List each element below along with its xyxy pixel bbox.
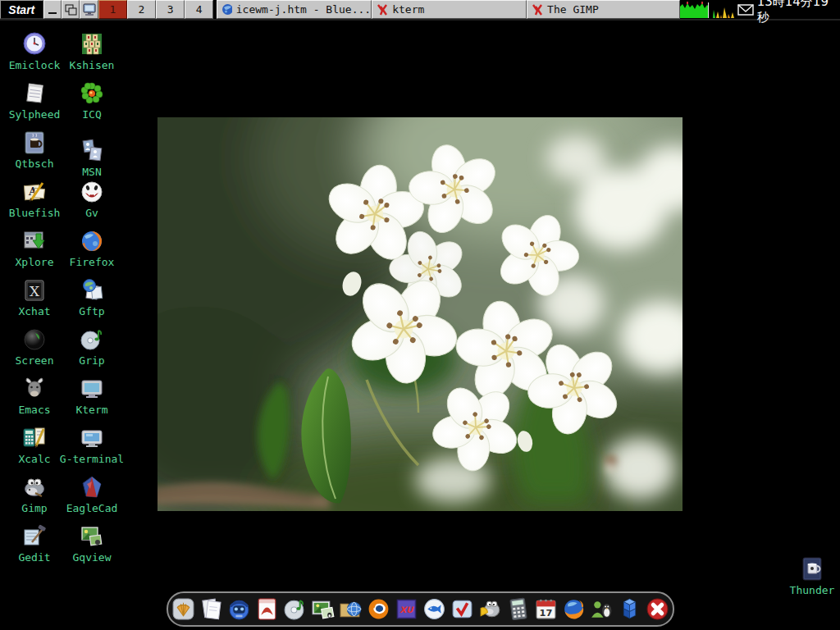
dock-item-calculator[interactable] [504, 596, 532, 623]
dock-item-web-browser[interactable] [560, 596, 587, 623]
dock-item-instant-messenger[interactable] [588, 596, 615, 623]
terminal-monitor-icon [79, 376, 105, 402]
ftp-globe-icon [79, 277, 105, 304]
icon-label: ICQ [57, 109, 126, 121]
checkmark-icon [450, 596, 475, 622]
show-desktop-button[interactable] [80, 0, 98, 19]
mail-envelope-icon[interactable] [737, 4, 753, 16]
computer-monitor-icon [82, 3, 97, 16]
workspace-button-4[interactable]: 4 [185, 0, 213, 19]
dock-item-documents[interactable] [198, 596, 225, 623]
system-tray: 13時14分19秒 [680, 0, 840, 19]
coffee-mug-icon [21, 130, 48, 156]
desktop-icon-gftp[interactable]: Gftp [57, 277, 126, 317]
pear-blossom-image [158, 117, 682, 511]
terminal-monitor-icon [79, 425, 105, 451]
gem-icon [79, 474, 105, 500]
photos-icon [310, 596, 336, 622]
icon-label: Kterm [57, 404, 126, 416]
desktop-icon-grip[interactable]: Grip [57, 326, 126, 367]
workspace-button-1[interactable]: 1 [98, 0, 127, 19]
desktop-icon-kshisen[interactable]: Kshisen [57, 31, 126, 71]
firefox-icon [79, 228, 105, 254]
taskbar-task-browser[interactable]: icewm-j.htm - Blue... [217, 0, 372, 19]
dock-item-3d-cubes[interactable] [616, 596, 643, 623]
icon-label: MSN [57, 167, 126, 178]
task-label: kterm [392, 3, 424, 16]
dock-item-bluefish-editor[interactable] [421, 596, 448, 623]
dock-item-cd-audio[interactable] [281, 596, 308, 623]
dock-item-check-tool[interactable] [449, 596, 476, 623]
minimize-icon [47, 4, 58, 16]
network-traffic-graph[interactable] [712, 1, 734, 18]
text-editor-hammer-icon [21, 523, 48, 550]
taskbar-clock: 13時14分19秒 [757, 0, 838, 25]
gimp-wilber-icon [477, 596, 503, 622]
x-window-icon [377, 4, 388, 16]
messenger-penguin-icon [589, 596, 614, 622]
dock-item-close-button[interactable] [644, 596, 671, 623]
messenger-tiles-icon [79, 138, 105, 164]
calculator-pencil-icon [21, 425, 48, 451]
svg-text:17: 17 [540, 607, 553, 619]
tile-game-icon [79, 31, 105, 57]
browser-globe-icon [561, 596, 587, 622]
wilber-icon [21, 474, 48, 500]
icon-label: Grip [57, 355, 126, 367]
xu-app-icon: XU [394, 596, 419, 622]
workspace-button-2[interactable]: 2 [127, 0, 156, 19]
calculator-icon [505, 596, 531, 622]
dark-sphere-icon [21, 326, 48, 353]
dock-item-shell[interactable] [170, 596, 197, 623]
xchat-icon: X [21, 277, 48, 304]
icon-label: G-terminal [57, 454, 126, 465]
media-player-icon [226, 596, 252, 622]
desktop-icon-thunder[interactable]: Thunder [778, 556, 840, 596]
cubes-icon [617, 596, 642, 622]
icon-label: Gv [57, 208, 126, 219]
desktop-icon-kterm[interactable]: Kterm [57, 376, 126, 416]
dock-item-xu-app[interactable]: XU [393, 596, 420, 623]
dock-item-image-viewer[interactable] [309, 596, 336, 623]
dock-item-blender[interactable] [365, 596, 392, 623]
dock-item-calendar[interactable]: 17 [532, 596, 559, 623]
workspace-button-3[interactable]: 3 [156, 0, 185, 19]
dock-item-gimp[interactable] [477, 596, 504, 623]
dock-item-pdf-reader[interactable] [253, 596, 281, 623]
dock-item-media-player[interactable] [226, 596, 253, 623]
taskbar-task-gimp[interactable]: The GIMP [527, 0, 680, 19]
dock-item-network-folder[interactable] [337, 596, 364, 623]
desktop-icon-msn[interactable]: MSN [57, 138, 126, 178]
x-window-icon [532, 4, 543, 16]
cpu-usage-graph[interactable] [680, 1, 709, 18]
cd-music-icon [79, 326, 105, 353]
icon-label: Thunder [778, 585, 840, 596]
minimize-all-button[interactable] [43, 0, 62, 19]
ghost-icon [79, 179, 105, 205]
task-label: The GIMP [547, 3, 599, 16]
start-button[interactable]: Start [0, 0, 43, 19]
svg-text:X: X [30, 283, 40, 299]
gnu-head-icon [21, 376, 48, 402]
taskbar-task-kterm[interactable]: kterm [372, 0, 527, 19]
desktop-icon-firefox[interactable]: Firefox [57, 228, 126, 268]
cascade-windows-button[interactable] [62, 0, 80, 19]
globe-icon [221, 3, 232, 16]
taskbar: Start 1 2 3 4 icewm-j [0, 0, 840, 21]
documents-icon [199, 596, 224, 622]
desktop-screen: Start 1 2 3 4 icewm-j [0, 0, 840, 630]
icon-label: Gftp [57, 306, 126, 317]
notepad-icon [21, 80, 48, 107]
wallpaper-photo [158, 117, 682, 511]
icon-label: Gqview [57, 552, 126, 564]
cascade-windows-icon [64, 3, 77, 16]
desktop-icon-gterminal[interactable]: G-terminal [57, 425, 126, 465]
pdf-reader-icon [254, 596, 280, 622]
image-viewer-icon [79, 523, 105, 550]
desktop-icon-eaglecad[interactable]: EagleCad [57, 474, 126, 514]
desktop-icon-gv[interactable]: Gv [57, 179, 126, 219]
desktop-icon-gqview[interactable]: Gqview [57, 523, 126, 564]
icon-label: Firefox [57, 257, 126, 268]
desktop-icon-icq[interactable]: ICQ [57, 80, 126, 121]
bluefish-icon [422, 596, 447, 622]
